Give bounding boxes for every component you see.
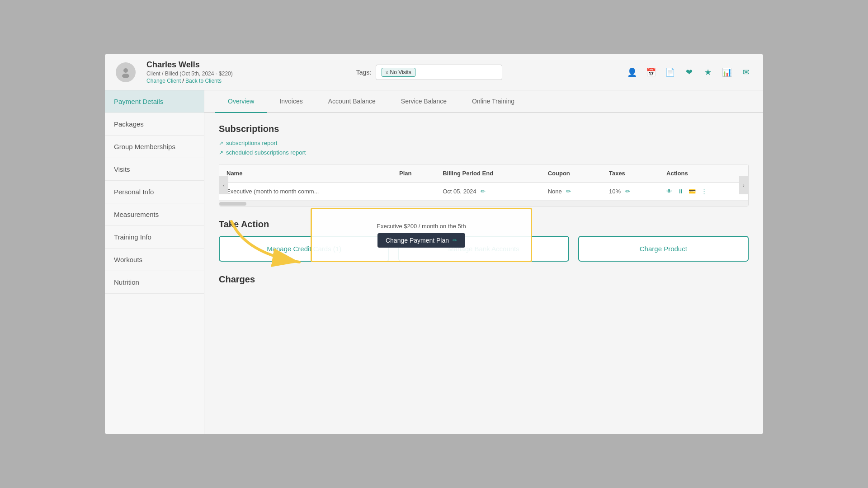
row-taxes: 10% ✏ xyxy=(602,183,659,201)
table-scrollbar-thumb xyxy=(219,202,246,206)
document-icon[interactable]: 📄 xyxy=(664,66,676,79)
tab-invoices[interactable]: Invoices xyxy=(267,90,315,113)
pause-icon[interactable]: ⏸ xyxy=(678,188,684,195)
star-icon[interactable]: ★ xyxy=(702,66,714,79)
edit-plan-icon: ✏ xyxy=(453,237,457,244)
sidebar-item-visits[interactable]: Visits xyxy=(105,158,204,181)
row-coupon: None ✏ xyxy=(541,183,602,201)
edit-taxes-icon[interactable]: ✏ xyxy=(625,188,630,195)
arrow-annotation xyxy=(218,212,317,285)
tag-remove-icon[interactable]: x xyxy=(386,70,388,75)
top-bar: Charles Wells Client / Billed (Oct 5th, … xyxy=(105,54,763,90)
client-sub: Client / Billed (Oct 5th, 2024 - $220) xyxy=(146,70,233,77)
subscriptions-title: Subscriptions xyxy=(219,124,749,134)
scheduled-subscriptions-link[interactable]: scheduled subscriptions report xyxy=(226,149,306,156)
client-name: Charles Wells xyxy=(146,60,233,70)
top-icons: 👤 📅 📄 ❤ ★ 📊 ✉ xyxy=(626,66,752,79)
tags-label: Tags: xyxy=(356,69,371,76)
tag-item: x No Visits xyxy=(382,68,415,77)
tab-overview[interactable]: Overview xyxy=(215,90,267,113)
tabs-bar: Overview Invoices Account Balance Servic… xyxy=(204,90,763,113)
tab-service-balance[interactable]: Service Balance xyxy=(388,90,459,113)
tags-area: Tags: x No Visits xyxy=(244,65,615,80)
change-payment-plan-button[interactable]: Change Payment Plan ✏ xyxy=(377,233,465,248)
content-area: Subscriptions ↗ subscriptions report ↗ s… xyxy=(204,113,763,301)
sidebar-item-group-memberships[interactable]: Group Memberships xyxy=(105,136,204,158)
avatar xyxy=(116,62,136,82)
card-icon[interactable]: 💳 xyxy=(689,188,696,195)
tag-label: No Visits xyxy=(390,69,411,75)
table-scrollbar xyxy=(219,201,748,206)
table-scroll-right[interactable]: › xyxy=(739,176,748,194)
edit-billing-icon[interactable]: ✏ xyxy=(481,188,486,195)
change-client-link[interactable]: Change Client xyxy=(146,78,181,84)
view-icon[interactable]: 👁 xyxy=(666,188,672,195)
row-name: Executive (month to month comm... xyxy=(219,183,392,201)
table-header-row: Name Plan Billing Period End Coupon Taxe… xyxy=(219,164,748,183)
body-area: Payment Details Packages Group Membershi… xyxy=(105,90,763,434)
calendar-icon[interactable]: 📅 xyxy=(645,66,657,79)
row-plan xyxy=(392,183,435,201)
tags-input[interactable]: x No Visits xyxy=(376,65,502,80)
subscriptions-table-wrapper: ‹ Name Plan Billing Period End Coupon Ta… xyxy=(219,164,749,206)
col-name: Name xyxy=(219,164,392,183)
external-link-icon-2: ↗ xyxy=(219,150,223,156)
sidebar-item-measurements[interactable]: Measurements xyxy=(105,203,204,226)
arrow-svg xyxy=(218,212,317,285)
overlay-highlight: Executive $200 / month on the 5th Change… xyxy=(311,208,532,262)
row-billing: Oct 05, 2024 ✏ xyxy=(435,183,541,201)
tab-account-balance[interactable]: Account Balance xyxy=(316,90,388,113)
subscriptions-report-link[interactable]: subscriptions report xyxy=(226,140,277,146)
table-scroll-area: Name Plan Billing Period End Coupon Taxe… xyxy=(219,164,748,201)
mail-icon[interactable]: ✉ xyxy=(740,66,752,79)
edit-coupon-icon[interactable]: ✏ xyxy=(566,188,571,195)
svg-point-1 xyxy=(122,74,129,78)
charge-product-button[interactable]: Charge Product xyxy=(578,236,749,262)
table-scroll-left[interactable]: ‹ xyxy=(219,176,228,194)
subscriptions-table: Name Plan Billing Period End Coupon Taxe… xyxy=(219,164,748,201)
subscriptions-link2-row: ↗ scheduled subscriptions report xyxy=(219,149,749,156)
col-taxes: Taxes xyxy=(602,164,659,183)
sidebar-item-personal-info[interactable]: Personal Info xyxy=(105,181,204,203)
back-to-clients-link[interactable]: Back to Clients xyxy=(185,78,222,84)
row-actions: 👁 ⏸ 💳 ⋮ xyxy=(659,183,748,201)
sidebar-item-nutrition[interactable]: Nutrition xyxy=(105,271,204,294)
screen-wrapper: Charles Wells Client / Billed (Oct 5th, … xyxy=(105,54,763,434)
subscriptions-link1-row: ↗ subscriptions report xyxy=(219,140,749,146)
svg-point-0 xyxy=(123,68,128,73)
sidebar-item-payment-details[interactable]: Payment Details xyxy=(105,90,204,113)
col-actions: Actions xyxy=(659,164,748,183)
sidebar-item-training-info[interactable]: Training Info xyxy=(105,226,204,249)
sidebar: Payment Details Packages Group Membershi… xyxy=(105,90,204,434)
col-coupon: Coupon xyxy=(541,164,602,183)
main-content: Overview Invoices Account Balance Servic… xyxy=(204,90,763,434)
col-plan: Plan xyxy=(392,164,435,183)
more-icon[interactable]: ⋮ xyxy=(701,188,707,195)
tab-online-training[interactable]: Online Training xyxy=(459,90,527,113)
chart-icon[interactable]: 📊 xyxy=(721,66,733,79)
table-row: Executive (month to month comm... Oct 05… xyxy=(219,183,748,201)
sidebar-item-workouts[interactable]: Workouts xyxy=(105,249,204,271)
col-billing: Billing Period End xyxy=(435,164,541,183)
overlay-plan-text: Executive $200 / month on the 5th xyxy=(377,223,466,230)
external-link-icon-1: ↗ xyxy=(219,140,223,146)
user-icon[interactable]: 👤 xyxy=(626,66,638,79)
client-info: Charles Wells Client / Billed (Oct 5th, … xyxy=(146,60,233,84)
sidebar-item-packages[interactable]: Packages xyxy=(105,113,204,136)
heart-icon[interactable]: ❤ xyxy=(683,66,695,79)
client-links: Change Client / Back to Clients xyxy=(146,78,233,84)
